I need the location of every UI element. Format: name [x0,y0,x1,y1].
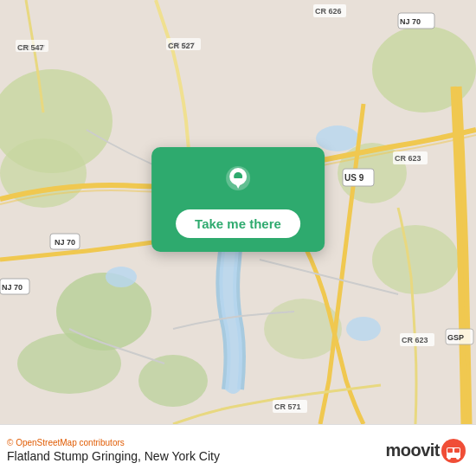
svg-rect-45 [447,448,453,453]
svg-point-7 [372,225,459,294]
location-pin-icon [219,163,257,201]
osm-attribution: © OpenStreetMap contributors [7,438,220,447]
svg-text:CR 623: CR 623 [395,154,421,163]
svg-text:NJ 70: NJ 70 [2,283,23,292]
location-card: Take me there [151,147,325,252]
bottom-info-bar: © OpenStreetMap contributors Flatland St… [0,424,476,476]
svg-text:NJ 70: NJ 70 [400,17,421,26]
svg-text:GSP: GSP [447,333,464,342]
svg-rect-46 [454,448,460,453]
svg-text:CR 623: CR 623 [402,336,428,344]
location-label: Flatland Stump Gringing, New York City [7,449,220,463]
svg-point-12 [346,317,381,341]
take-me-there-button[interactable]: Take me there [176,209,300,238]
svg-point-11 [106,267,137,287]
svg-text:CR 527: CR 527 [168,42,195,50]
svg-text:US 9: US 9 [344,173,364,183]
svg-point-10 [316,125,359,151]
moovit-brand-text: moovit [385,441,440,460]
svg-point-8 [264,299,342,359]
svg-text:NJ 70: NJ 70 [55,238,75,247]
map-view: CR 547 CR 547 CR 527 CR 527 NJ 70 NJ 70 … [0,0,476,424]
svg-point-9 [138,355,208,407]
moovit-logo: moovit [385,439,466,463]
svg-rect-49 [447,455,460,458]
svg-text:CR 571: CR 571 [274,402,301,411]
moovit-bus-icon [441,439,466,463]
svg-text:CR 547: CR 547 [17,43,44,52]
svg-text:CR 626: CR 626 [315,7,342,16]
svg-point-6 [17,333,121,394]
location-info: © OpenStreetMap contributors Flatland St… [7,438,220,463]
